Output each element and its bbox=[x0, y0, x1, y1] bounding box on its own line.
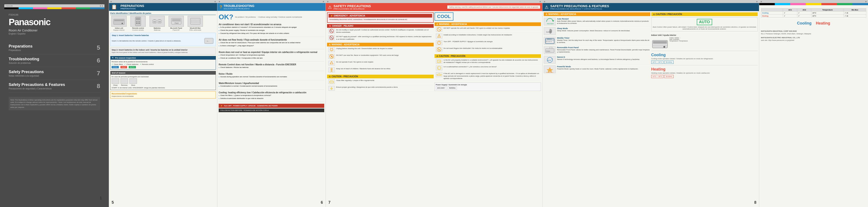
safety-title: SAFETY PRECAUTIONS bbox=[334, 4, 371, 8]
panel-svg: Panel bbox=[170, 17, 182, 25]
warning-triangle-icon: ⚠ bbox=[328, 5, 332, 10]
cb-black bbox=[4, 7, 19, 9]
water-svg: ! bbox=[329, 61, 335, 65]
cb-blue bbox=[90, 7, 104, 9]
endofseason-items: Clean Remove Store bbox=[112, 78, 215, 86]
safety-right-warning: ⚠ WARNING - ADVERTENCIA DO NOT operate t… bbox=[435, 22, 541, 53]
toc-subtitle-1: Preparativos bbox=[9, 49, 32, 52]
safety-right-warning-header: ⚠ WARNING - ADVERTENCIA bbox=[435, 22, 541, 26]
batteries-img: AA AA bbox=[150, 16, 165, 27]
spec-col-temp: Temperature bbox=[811, 8, 844, 11]
unplug-svg bbox=[329, 48, 335, 52]
eos-img1 bbox=[112, 78, 119, 84]
preseason-section: 🔍 Pre-season Inspection Revisión antes d… bbox=[110, 56, 216, 70]
back-mode-labels: Cooling Heating bbox=[761, 21, 866, 26]
heating-spec-2: 50-60Hz bbox=[664, 75, 673, 78]
caution-title-right: CAUTION - PRECAUCIÓN bbox=[439, 55, 466, 57]
inspect-icon: 🔍 bbox=[112, 57, 114, 59]
features-right-col: ⚠ CAUTION / PRECAUCIÓN AUTO Auto Control… bbox=[651, 12, 758, 199]
auto-restart-icon: RESTART bbox=[544, 18, 556, 25]
no-water-icon: H2O bbox=[328, 35, 335, 40]
trouble-check-7-1: • Clean the filters / ¿Quiere la tempera… bbox=[219, 94, 324, 97]
safety-right-item-1: DO NOT operate the unit with wet hands /… bbox=[435, 26, 541, 33]
mode-indicators: COOL HEAT AUTO bbox=[112, 66, 215, 68]
back-content: AC1 AC2 Temperature Btu Bus Cooling ✓ ✓ … bbox=[759, 5, 868, 43]
check-batteries-text: Check batteries bbox=[126, 63, 138, 65]
spec-cooling-label: Cooling bbox=[761, 11, 783, 14]
preparations-panel: ⊕ ⊕ 📋 PREPARATIONS PREPARATIVOS Parts id… bbox=[109, 0, 217, 207]
features-reg-left: ⊕ bbox=[544, 1, 545, 3]
warning-section: ⚠ WARNING - ADVERTENCIA Unplu bbox=[327, 43, 434, 73]
back-cb-yellow bbox=[806, 3, 822, 5]
spec-cooling-btu: ✓ Al bbox=[844, 11, 866, 14]
indoor-unit-diagram-svg bbox=[651, 37, 669, 49]
trouble-q6: Water/Moisture issues / Agua/humedad bbox=[219, 82, 324, 84]
back-cooling-section: Cooling bbox=[797, 21, 812, 26]
panel-item: Panel Blu-tooth Panel Panel BT bbox=[167, 16, 185, 31]
weekly-timer-title: Weekly Timer bbox=[557, 37, 650, 39]
no-fire-icon: 🔥 bbox=[328, 54, 335, 59]
warning-icon: ⚠ bbox=[329, 43, 331, 46]
check-bullet-1-2: • bbox=[219, 29, 220, 32]
danger-icon: ⛔ bbox=[329, 25, 331, 27]
check-bullet-1-3: • bbox=[219, 32, 220, 35]
svg-text:AA: AA bbox=[158, 21, 161, 23]
toc-page-1: 5 bbox=[97, 44, 100, 51]
toc-page-3: 7 bbox=[97, 70, 100, 77]
spec-table-body: Cooling ✓ ✓ 24°C ✓ Al Heating ✓ ✓ 24°C ✓… bbox=[761, 11, 866, 18]
company2-name: MATSUSHITA ELECTRIC INDUSTRIAL CO., LTD bbox=[761, 36, 866, 39]
svg-point-10 bbox=[139, 23, 140, 24]
features-warning-icon: ⚠ bbox=[545, 5, 549, 10]
trouble-section-3: Room does not cool or heat as expected /… bbox=[219, 51, 324, 62]
caution-right-text-3: If the AC unit is damaged or needs repla… bbox=[444, 72, 540, 80]
check-text-2-1: Check the air inlet for obstructions / P… bbox=[220, 42, 301, 43]
ground-connect-svg: G bbox=[436, 66, 442, 70]
weekly-timer-svg: WEEKLY M T W T F bbox=[545, 37, 555, 44]
remote-item: Remote control Control remoto bbox=[129, 16, 147, 31]
trouble-top-bar: ⊕ ⊕ bbox=[217, 0, 326, 3]
cool-mode-chip: COOL bbox=[112, 66, 119, 68]
heating-description: Heating mode operation details / Detalle… bbox=[651, 72, 758, 74]
danger-item-2: H2O DO NOT apply by yourself - refer ser… bbox=[327, 34, 434, 41]
no-modify-icon: FIX bbox=[328, 29, 335, 33]
safety-subtitle: PRECAUCIONES DE SEGURIDAD bbox=[334, 8, 371, 10]
spec-cooling-temp: 24°C bbox=[811, 11, 844, 14]
ok-section: OK? No problem / Sin problema → Continue… bbox=[219, 12, 324, 22]
safety-top-bar: ⊕ ⊕ bbox=[326, 0, 542, 3]
warning-text-2: DO NOT use near fire, flame or combustio… bbox=[336, 54, 432, 56]
no-fingers-svg: ☝ bbox=[436, 47, 442, 52]
auto-restart-svg: RESTART bbox=[545, 18, 555, 25]
toc-item-2: Troubleshooting Solución de problemas 6 bbox=[9, 54, 100, 67]
svg-point-8 bbox=[136, 23, 137, 24]
svg-text:nanoe: nanoe bbox=[547, 59, 551, 61]
safety-right-item-2: Install according to installation instru… bbox=[435, 33, 541, 39]
eos-item2: Remove bbox=[121, 78, 128, 86]
indoor-outlet-note: Outlet / Salida → bbox=[670, 37, 688, 39]
question-icon: ? bbox=[220, 5, 222, 9]
back-cb-cyan bbox=[775, 3, 790, 5]
grounding-svg bbox=[329, 86, 335, 90]
clean-svg bbox=[329, 80, 335, 84]
trouble-page-num: 6 bbox=[321, 200, 323, 205]
removable-panel-icon: PANEL bbox=[544, 47, 556, 54]
preparations-header: 📋 PREPARATIONS PREPARATIVOS bbox=[109, 3, 217, 11]
trouble-section-1: Air conditioner does not start / El acon… bbox=[219, 23, 324, 37]
safety-two-col: ⚡ EMERGENCY - ADVERTENCIA Immediately di… bbox=[326, 11, 542, 201]
battery-instruction: Insert 2 x AA batteries into the remote … bbox=[112, 40, 202, 42]
spec-heating-ac2: ✓ bbox=[797, 14, 811, 18]
warning-header: ⚠ WARNING - ADVERTENCIA bbox=[327, 43, 434, 47]
trouble-check-5-1: • Sounds during operation are normal / S… bbox=[219, 76, 324, 78]
toc-page-4: 8 bbox=[97, 83, 100, 90]
spec-col-ac1: AC1 bbox=[783, 8, 797, 11]
emergency-header: ⚡ EMERGENCY - ADVERTENCIA bbox=[329, 14, 432, 18]
back-reg-left: ⊕ bbox=[761, 1, 762, 3]
trouble-section-4: Remote Control does not function / Mando… bbox=[219, 63, 324, 71]
check-remote: ✓ Remote control bbox=[140, 63, 154, 65]
cover-panel: FS04196 ⊕ ⊕ FS04196 Panasonic Room Air C… bbox=[0, 0, 109, 207]
toc-subtitle-3: Notas referentes a la seguridad bbox=[9, 75, 44, 77]
endofseason-section: End of Season En caso de períodos prolon… bbox=[110, 71, 216, 90]
toc-item-3: Safety Precautions Notas referentes a la… bbox=[9, 67, 100, 80]
safety-right-caution: ⚠ CAUTION - PRECAUCIÓN OK Is the AC unit… bbox=[435, 54, 541, 81]
no-operate-icon bbox=[436, 27, 442, 32]
recommended-section: Recommended inspections Inspecciones rec… bbox=[110, 91, 216, 98]
